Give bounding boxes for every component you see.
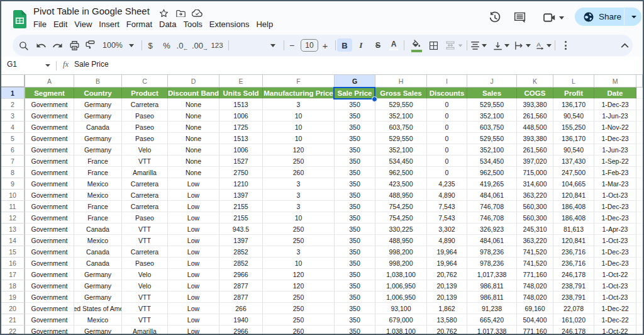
svg-text:A: A: [536, 41, 541, 48]
